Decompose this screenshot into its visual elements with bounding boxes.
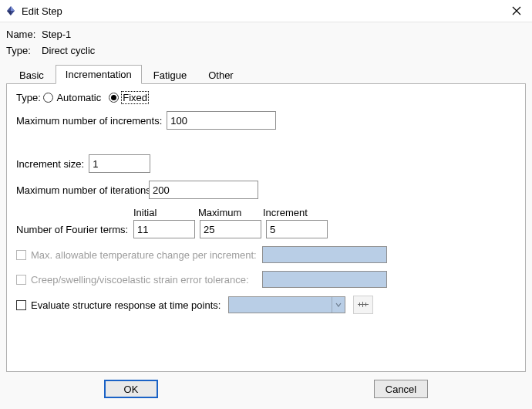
max-temp-field	[262, 246, 387, 263]
max-temp-label: Max. allowable temperature change per in…	[31, 249, 262, 261]
increment-size-row: Increment size:	[16, 154, 516, 173]
increment-size-label: Increment size:	[16, 158, 84, 170]
col-initial: Initial	[133, 207, 198, 218]
max-temp-row: Max. allowable temperature change per in…	[16, 246, 516, 263]
fourier-label: Number of Fourier terms:	[16, 224, 133, 235]
incr-type-label: Type:	[16, 92, 43, 103]
window-title: Edit Step	[22, 5, 506, 17]
radio-circle-icon	[109, 93, 119, 103]
titlebar: Edit Step	[0, 0, 532, 22]
incr-type-row: Type: Automatic Fixed	[16, 92, 516, 103]
svg-rect-1	[359, 303, 360, 306]
max-increments-input[interactable]	[167, 111, 276, 130]
creep-field	[262, 271, 387, 288]
increment-size-input[interactable]	[89, 154, 150, 173]
dialog-content: Name: Step-1 Type: Direct cyclic Basic I…	[0, 22, 532, 409]
radio-automatic[interactable]: Automatic	[43, 92, 101, 103]
type-value: Direct cyclic	[42, 45, 95, 56]
button-bar: OK Cancel	[6, 372, 526, 409]
tab-fatigue[interactable]: Fatigue	[143, 66, 197, 84]
radio-fixed[interactable]: Fixed	[109, 92, 148, 103]
type-label: Type:	[6, 45, 42, 56]
fourier-header-row: Initial Maximum Increment	[16, 207, 516, 218]
time-points-combo[interactable]	[228, 296, 345, 313]
app-icon	[5, 5, 17, 17]
fourier-inc-input[interactable]	[266, 220, 328, 238]
svg-rect-3	[365, 303, 366, 306]
max-iterations-label: Maximum number of iterations:	[16, 184, 149, 196]
creep-row: Creep/swelling/viscoelastic strain error…	[16, 271, 516, 288]
max-iterations-row: Maximum number of iterations:	[16, 181, 516, 199]
tab-other[interactable]: Other	[198, 66, 244, 84]
radio-circle-icon	[43, 93, 53, 103]
incrementation-panel: Type: Automatic Fixed Maximum number of …	[6, 84, 526, 372]
creep-checkbox	[16, 275, 26, 285]
col-maximum: Maximum	[198, 207, 263, 218]
ok-button[interactable]: OK	[104, 380, 158, 398]
svg-rect-2	[362, 302, 363, 307]
edit-step-dialog: Edit Step Name: Step-1 Type: Direct cycl…	[0, 0, 532, 409]
cancel-button[interactable]: Cancel	[374, 380, 428, 398]
close-button[interactable]	[506, 2, 527, 20]
fourier-row: Number of Fourier terms:	[16, 220, 516, 238]
fourier-initial-input[interactable]	[133, 220, 195, 238]
name-value: Step-1	[42, 29, 71, 40]
max-increments-row: Maximum number of increments:	[16, 111, 516, 130]
evaluate-checkbox[interactable]	[16, 300, 26, 310]
max-iterations-input[interactable]	[149, 181, 258, 199]
tab-incrementation[interactable]: Incrementation	[56, 65, 142, 84]
name-row: Name: Step-1	[6, 29, 526, 40]
max-increments-label: Maximum number of increments:	[16, 115, 162, 127]
evaluate-row: Evaluate structure response at time poin…	[16, 296, 516, 314]
chevron-down-icon	[332, 297, 345, 313]
max-temp-checkbox	[16, 250, 26, 260]
type-row: Type: Direct cyclic	[6, 45, 526, 56]
creep-label: Creep/swelling/viscoelastic strain error…	[31, 274, 262, 286]
evaluate-label: Evaluate structure response at time poin…	[31, 299, 228, 311]
col-increment: Increment	[263, 207, 328, 218]
name-label: Name:	[6, 29, 42, 40]
time-points-edit-button[interactable]	[353, 296, 373, 314]
tabstrip: Basic Incrementation Fatigue Other	[6, 64, 526, 84]
fourier-max-input[interactable]	[200, 220, 261, 238]
tab-basic[interactable]: Basic	[9, 66, 54, 84]
